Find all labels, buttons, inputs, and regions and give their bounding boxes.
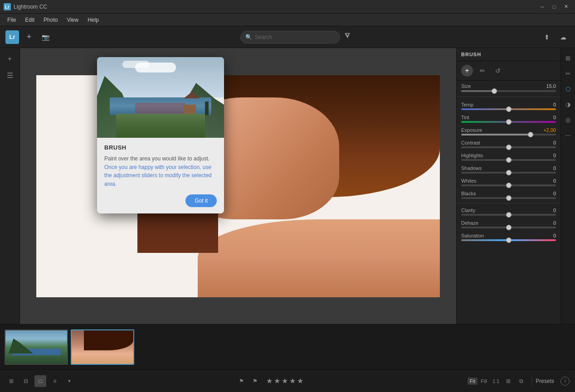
star-4[interactable]: ★ bbox=[289, 377, 296, 385]
radial-icon-button[interactable]: ◎ bbox=[562, 113, 575, 126]
clarity-slider-track[interactable] bbox=[461, 214, 556, 216]
brush-subtract-button[interactable]: ✏ bbox=[477, 65, 488, 77]
size-slider-track[interactable] bbox=[461, 90, 556, 92]
dehaze-slider-track[interactable] bbox=[461, 227, 556, 228]
whites-slider-thumb[interactable] bbox=[506, 183, 512, 188]
library-button[interactable]: 📷 bbox=[39, 31, 52, 44]
sliders-container: Temp 0 Tint 0 Exposure bbox=[457, 98, 560, 245]
sort-dropdown-button[interactable]: ▼ bbox=[63, 375, 75, 387]
star-1[interactable]: ★ bbox=[266, 377, 273, 385]
tooltip-description: Paint over the area you would like to ad… bbox=[104, 155, 217, 188]
sort-button[interactable]: ≡ bbox=[49, 375, 61, 387]
maximize-button[interactable]: □ bbox=[549, 2, 560, 11]
more-icon-button[interactable]: ⋯ bbox=[562, 129, 575, 141]
brush-erase-button[interactable]: ↺ bbox=[492, 65, 504, 77]
right-icon-bar: ⊞ ✂ ⬡ ◑ ◎ ⋯ bbox=[560, 48, 575, 324]
contrast-slider-track[interactable] bbox=[461, 146, 556, 148]
saturation-slider-track[interactable] bbox=[461, 239, 556, 241]
funnel-icon[interactable]: ⛛ bbox=[344, 31, 352, 44]
minimize-button[interactable]: ─ bbox=[537, 2, 548, 11]
dehaze-slider-thumb[interactable] bbox=[506, 225, 512, 230]
shadows-slider-thumb[interactable] bbox=[506, 170, 512, 175]
square-view-button[interactable]: ⊟ bbox=[20, 375, 32, 387]
shadows-slider-track[interactable] bbox=[461, 172, 556, 174]
exposure-slider-track[interactable] bbox=[461, 134, 556, 136]
window-controls: ─ □ ✕ bbox=[537, 2, 571, 11]
zoom-controls: Fit Fill 1:1 ⊞ ⧉ bbox=[468, 375, 527, 387]
saturation-value: 0 bbox=[553, 233, 556, 238]
presets-button[interactable]: Presets bbox=[531, 376, 558, 386]
blacks-slider-thumb[interactable] bbox=[506, 195, 512, 201]
brush-add-button[interactable]: + bbox=[461, 65, 473, 77]
crop-icon-button[interactable]: ✂ bbox=[562, 67, 575, 80]
tint-slider-track[interactable] bbox=[461, 121, 556, 123]
search-icon: 🔍 bbox=[245, 34, 252, 40]
menu-view[interactable]: View bbox=[63, 16, 82, 24]
highlights-slider-track[interactable] bbox=[461, 159, 556, 161]
split-button[interactable]: ⧉ bbox=[515, 375, 527, 387]
flag-button[interactable]: ⚑ bbox=[235, 375, 247, 387]
filter-icon-button[interactable]: ◑ bbox=[562, 98, 575, 111]
tooltip-title: BRUSH bbox=[104, 144, 217, 151]
add-button[interactable]: + bbox=[23, 31, 35, 44]
blacks-slider-row: Blacks 0 bbox=[457, 189, 560, 201]
healing-icon-button[interactable]: ⬡ bbox=[562, 82, 575, 95]
grid-view-button[interactable]: ⊞ bbox=[5, 375, 17, 387]
temp-slider-row: Temp 0 bbox=[457, 100, 560, 112]
shadows-slider-row: Shadows 0 bbox=[457, 163, 560, 176]
size-slider-thumb[interactable] bbox=[492, 88, 497, 94]
svg-text:Lr: Lr bbox=[5, 5, 10, 10]
menu-edit[interactable]: Edit bbox=[21, 16, 38, 24]
panel-header: BRUSH bbox=[457, 48, 560, 61]
size-slider-row: Size 15.0 bbox=[457, 81, 560, 96]
blacks-slider-track[interactable] bbox=[461, 197, 556, 199]
contrast-slider-thumb[interactable] bbox=[506, 145, 512, 150]
panel-divider bbox=[457, 97, 560, 97]
compare-button[interactable]: ⊞ bbox=[502, 375, 514, 387]
star-5[interactable]: ★ bbox=[297, 377, 303, 385]
whites-slider-track[interactable] bbox=[461, 184, 556, 186]
size-label: Size bbox=[461, 83, 471, 89]
info-button[interactable]: i bbox=[560, 377, 570, 386]
star-2[interactable]: ★ bbox=[274, 377, 280, 385]
single-view-button[interactable]: □ bbox=[34, 375, 46, 387]
thumbnail-portrait[interactable] bbox=[71, 329, 134, 365]
exposure-value: +2,00 bbox=[543, 127, 556, 133]
bottom-toolbar: ⊞ ⊟ □ ≡ ▼ ⚑ ⚑ ★ ★ ★ ★ ★ Fit Fill 1:1 ⊞ ⧉… bbox=[0, 369, 575, 392]
saturation-slider-thumb[interactable] bbox=[506, 237, 512, 243]
whites-slider-row: Whites 0 bbox=[457, 176, 560, 189]
size-value: 15.0 bbox=[546, 83, 556, 89]
grid-view-button[interactable]: ☰ bbox=[3, 68, 17, 82]
star-3[interactable]: ★ bbox=[282, 377, 288, 385]
add-tool-button[interactable]: + bbox=[3, 52, 17, 66]
fill-button[interactable]: Fill bbox=[478, 377, 489, 385]
exposure-label: Exposure bbox=[461, 127, 482, 133]
exposure-slider-row: Exposure +2,00 bbox=[457, 125, 560, 138]
menu-photo[interactable]: Photo bbox=[40, 16, 61, 24]
fit-button[interactable]: Fit bbox=[468, 377, 478, 385]
contrast-label: Contrast bbox=[461, 140, 480, 145]
temp-slider-thumb[interactable] bbox=[506, 106, 512, 112]
got-it-button[interactable]: Got it bbox=[185, 194, 217, 207]
left-sidebar: + ☰ bbox=[0, 48, 20, 324]
titlebar: Lr Lightroom CC ─ □ ✕ bbox=[0, 0, 575, 14]
menu-help[interactable]: Help bbox=[84, 16, 102, 24]
dehaze-label: Dehaze bbox=[461, 220, 478, 226]
flag-reject-button[interactable]: ⚑ bbox=[249, 375, 261, 387]
highlights-slider-thumb[interactable] bbox=[506, 157, 512, 163]
tint-slider-thumb[interactable] bbox=[506, 119, 512, 125]
zoom-1-1-button[interactable]: 1:1 bbox=[490, 377, 502, 385]
clarity-label: Clarity bbox=[461, 208, 475, 213]
clarity-slider-thumb[interactable] bbox=[506, 212, 512, 218]
dehaze-value: 0 bbox=[553, 220, 556, 226]
panel-title: BRUSH bbox=[461, 52, 481, 57]
close-button[interactable]: ✕ bbox=[560, 2, 571, 11]
right-panel: BRUSH + ✏ ↺ Size 15.0 Temp bbox=[456, 48, 560, 324]
exposure-slider-thumb[interactable] bbox=[528, 132, 533, 137]
adjustments-icon-button[interactable]: ⊞ bbox=[562, 52, 575, 64]
menu-file[interactable]: File bbox=[4, 16, 19, 24]
share-button[interactable]: ⬆ bbox=[541, 31, 553, 44]
temp-slider-track[interactable] bbox=[461, 108, 556, 110]
thumbnail-landscape[interactable] bbox=[5, 329, 68, 365]
cloud-button[interactable]: ☁ bbox=[557, 31, 570, 44]
